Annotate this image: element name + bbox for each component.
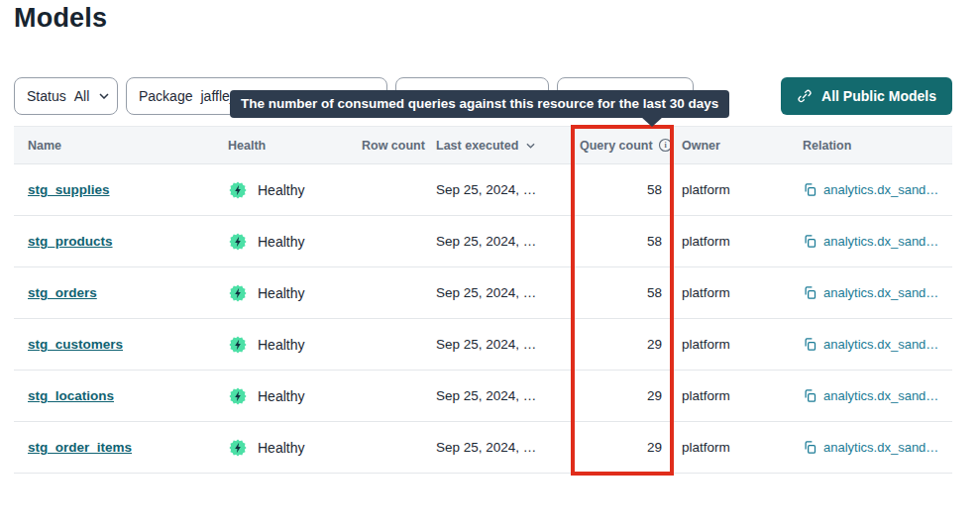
model-link[interactable]: stg_order_items [28, 440, 132, 455]
svg-text:i: i [664, 141, 667, 150]
healthy-badge-icon [228, 386, 248, 406]
models-table: Name Health Row count Last executed Quer… [14, 126, 952, 474]
column-header-owner[interactable]: Owner [674, 139, 803, 153]
relation-link[interactable]: analytics.dx_sand… [823, 285, 938, 300]
table-row: stg_orders Healthy Sep 25, 2024, … 58 pl… [14, 267, 952, 319]
health-status: Healthy [258, 285, 304, 301]
status-filter-label: Status [27, 88, 66, 104]
query-count-label: Query count [580, 139, 653, 153]
table-header-row: Name Health Row count Last executed Quer… [14, 126, 952, 164]
column-header-relation[interactable]: Relation [803, 139, 952, 153]
relation-link[interactable]: analytics.dx_sand… [823, 337, 938, 352]
all-public-models-button[interactable]: All Public Models [781, 77, 952, 115]
column-header-row-count[interactable]: Row count [362, 139, 436, 153]
status-filter[interactable]: Status All [14, 77, 118, 115]
owner-cell: platform [674, 285, 803, 300]
healthy-badge-icon [228, 180, 248, 200]
health-status: Healthy [258, 234, 304, 250]
relation-link[interactable]: analytics.dx_sand… [823, 182, 938, 197]
table-row: stg_customers Healthy Sep 25, 2024, … 29… [14, 319, 952, 371]
page-title: Models [14, 3, 107, 34]
status-filter-value: All [74, 88, 90, 104]
copy-icon[interactable] [803, 440, 817, 455]
table-row: stg_supplies Healthy Sep 25, 2024, … 58 … [14, 164, 952, 216]
model-link[interactable]: stg_supplies [28, 182, 110, 197]
chevron-down-icon [99, 93, 109, 99]
all-public-models-label: All Public Models [821, 88, 936, 104]
last-executed-cell: Sep 25, 2024, … [436, 182, 580, 197]
healthy-badge-icon [228, 283, 248, 303]
copy-icon[interactable] [803, 234, 817, 249]
query-count-cell: 58 [580, 182, 674, 197]
query-count-cell: 29 [580, 337, 674, 352]
health-status: Healthy [258, 440, 304, 456]
last-executed-cell: Sep 25, 2024, … [436, 337, 580, 352]
health-status: Healthy [258, 388, 304, 404]
table-row: stg_order_items Healthy Sep 25, 2024, … … [14, 422, 952, 474]
query-count-cell: 29 [580, 440, 674, 455]
owner-cell: platform [674, 388, 803, 403]
copy-icon[interactable] [803, 388, 817, 403]
healthy-badge-icon [228, 335, 248, 355]
package-filter-label: Package [139, 88, 192, 104]
table-row: stg_locations Healthy Sep 25, 2024, … 29… [14, 371, 952, 422]
health-status: Healthy [258, 182, 304, 198]
last-executed-label: Last executed [436, 139, 518, 153]
query-count-cell: 58 [580, 234, 674, 249]
link-icon [797, 88, 813, 104]
health-status: Healthy [258, 337, 304, 353]
healthy-badge-icon [228, 232, 248, 252]
copy-icon[interactable] [803, 337, 817, 352]
last-executed-cell: Sep 25, 2024, … [436, 388, 580, 403]
relation-link[interactable]: analytics.dx_sand… [823, 388, 938, 403]
last-executed-cell: Sep 25, 2024, … [436, 440, 580, 455]
info-icon[interactable]: i [658, 138, 673, 153]
column-header-last-executed[interactable]: Last executed [436, 139, 580, 153]
column-header-query-count[interactable]: Query count i [580, 138, 674, 153]
last-executed-cell: Sep 25, 2024, … [436, 234, 580, 249]
tooltip-arrow [641, 117, 663, 127]
last-executed-cell: Sep 25, 2024, … [436, 285, 580, 300]
model-link[interactable]: stg_products [28, 234, 113, 249]
owner-cell: platform [674, 182, 803, 197]
copy-icon[interactable] [803, 182, 817, 197]
copy-icon[interactable] [803, 285, 817, 300]
table-row: stg_products Healthy Sep 25, 2024, … 58 … [14, 216, 952, 267]
owner-cell: platform [674, 440, 803, 455]
healthy-badge-icon [228, 438, 248, 458]
query-count-tooltip: The number of consumed queries against t… [230, 90, 729, 118]
owner-cell: platform [674, 337, 803, 352]
sort-chevron-icon [526, 143, 535, 149]
models-page: Models Status All Package jaffle_ [0, 0, 980, 531]
relation-link[interactable]: analytics.dx_sand… [823, 234, 938, 249]
model-link[interactable]: stg_customers [28, 337, 123, 352]
column-header-health[interactable]: Health [228, 139, 362, 153]
model-link[interactable]: stg_orders [28, 285, 97, 300]
query-count-cell: 29 [580, 388, 674, 403]
owner-cell: platform [674, 234, 803, 249]
relation-link[interactable]: analytics.dx_sand… [823, 440, 938, 455]
column-header-name[interactable]: Name [14, 139, 228, 153]
model-link[interactable]: stg_locations [28, 388, 114, 403]
query-count-cell: 58 [580, 285, 674, 300]
